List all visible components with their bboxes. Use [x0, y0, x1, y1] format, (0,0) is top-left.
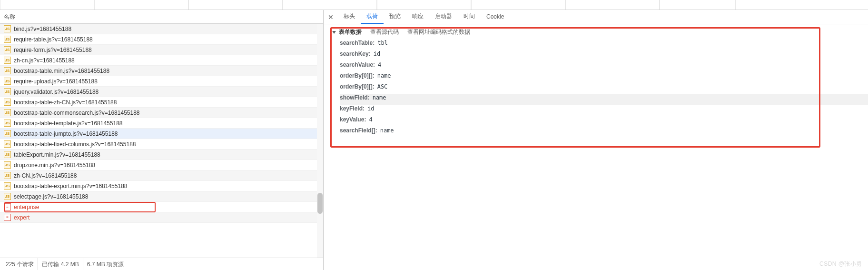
request-name: bootstrap-table-commonsearch.js?v=168145…	[14, 110, 140, 116]
request-row[interactable]: JSrequire-table.js?v=1681455188	[0, 34, 323, 45]
request-name: bootstrap-table-template.js?v=1681455188	[14, 120, 123, 127]
js-file-icon: JS	[4, 193, 11, 200]
js-file-icon: JS	[4, 46, 11, 53]
scrollbar-track[interactable]	[317, 24, 323, 258]
filter-tab[interactable]	[0, 0, 94, 10]
param-row[interactable]: keyValue:4	[340, 116, 868, 127]
js-file-icon: JS	[4, 25, 11, 32]
request-row[interactable]: JSbootstrap-table-jumpto.js?v=1681455188	[0, 129, 323, 139]
request-row[interactable]: JSbind.js?v=1681455188	[0, 24, 323, 34]
param-key: orderBy[0][]:	[340, 83, 375, 90]
scrollbar-thumb[interactable]	[317, 193, 323, 214]
request-row[interactable]: JSbootstrap-table.min.js?v=1681455188	[0, 66, 323, 76]
js-file-icon: JS	[4, 182, 11, 190]
request-row[interactable]: JSbootstrap-table-fixed-columns.js?v=168…	[0, 139, 323, 150]
js-file-icon: JS	[4, 151, 11, 158]
request-row[interactable]: JSzh-cn.js?v=1681455188	[0, 55, 323, 66]
view-url-encoded-link[interactable]: 查看网址编码格式的数据	[407, 28, 470, 36]
js-file-icon: JS	[4, 67, 11, 74]
param-key: searchField[]:	[340, 127, 377, 134]
tab-timing[interactable]: 时间	[458, 10, 481, 24]
filter-tab[interactable]	[471, 0, 565, 10]
filter-tab[interactable]	[283, 0, 377, 10]
tab-cookies[interactable]: Cookie	[481, 10, 510, 24]
request-row[interactable]: JSjquery.validator.js?v=1681455188	[0, 87, 323, 97]
param-value: 4	[369, 116, 372, 123]
request-row[interactable]: JSdropzone.min.js?v=1681455188	[0, 160, 323, 170]
request-name: expert	[14, 214, 30, 221]
request-name: bind.js?v=1681455188	[14, 26, 71, 32]
watermark: CSDN @张小勇	[819, 260, 862, 268]
param-row[interactable]: searchKey:id	[340, 50, 868, 61]
tab-preview[interactable]: 预览	[384, 10, 406, 24]
filter-tab[interactable]	[565, 0, 660, 10]
tab-headers[interactable]: 标头	[338, 10, 361, 24]
param-row[interactable]: showField:name	[340, 94, 868, 105]
request-name: require-upload.js?v=1681455188	[14, 78, 98, 85]
filter-tab[interactable]	[660, 0, 736, 10]
request-list[interactable]: JSbind.js?v=1681455188JSrequire-table.js…	[0, 24, 323, 258]
form-data-title[interactable]: 表单数据	[332, 28, 362, 36]
param-row[interactable]: keyField:id	[340, 105, 868, 116]
request-name: require-form.js?v=1681455188	[14, 47, 92, 53]
js-file-icon: JS	[4, 172, 11, 179]
request-name: selectpage.js?v=1681455188	[14, 193, 88, 200]
request-row[interactable]: JSzh-CN.js?v=1681455188	[0, 170, 323, 181]
request-row[interactable]: ≡expert	[0, 212, 323, 223]
js-file-icon: JS	[4, 120, 11, 127]
param-value: 4	[378, 61, 381, 68]
request-row[interactable]: JSbootstrap-table-commonsearch.js?v=1681…	[0, 108, 323, 118]
request-name: dropzone.min.js?v=1681455188	[14, 162, 95, 169]
param-key: keyValue:	[340, 116, 366, 123]
request-row[interactable]: JSbootstrap-table-zh-CN.js?v=1681455188	[0, 97, 323, 108]
param-key: keyField:	[340, 105, 365, 112]
param-value: id	[367, 105, 374, 112]
request-name: jquery.validator.js?v=1681455188	[14, 89, 99, 95]
js-file-icon: JS	[4, 109, 11, 116]
request-row[interactable]: ≡enterprise	[0, 202, 323, 212]
param-value: name	[377, 72, 391, 79]
tab-initiator[interactable]: 启动器	[429, 10, 458, 24]
filter-tab[interactable]	[188, 0, 283, 10]
filter-tab[interactable]	[377, 0, 471, 10]
status-resources: 6.7 MB 项资源	[83, 258, 128, 270]
request-row[interactable]: JSbootstrap-table-template.js?v=16814551…	[0, 118, 323, 129]
payload-header: 表单数据 查看源代码 查看网址编码格式的数据	[328, 28, 868, 36]
js-file-icon: JS	[4, 88, 11, 95]
js-file-icon: JS	[4, 161, 11, 169]
column-header-name[interactable]: 名称	[0, 10, 323, 24]
filter-tab[interactable]	[94, 0, 188, 10]
close-icon[interactable]: ✕	[326, 12, 336, 22]
request-name: tableExport.min.js?v=1681455188	[14, 151, 100, 158]
param-row[interactable]: orderBy[0][]:ASC	[340, 83, 868, 94]
request-row[interactable]: JStableExport.min.js?v=1681455188	[0, 150, 323, 160]
request-row[interactable]: JSrequire-form.js?v=1681455188	[0, 45, 323, 55]
chevron-down-icon[interactable]	[332, 31, 336, 34]
request-row[interactable]: JSbootstrap-table-export.min.js?v=168145…	[0, 181, 323, 191]
tab-response[interactable]: 响应	[406, 10, 429, 24]
param-row[interactable]: searchTable:tbl	[340, 39, 868, 50]
param-row[interactable]: orderBy[0][]:name	[340, 72, 868, 83]
param-row[interactable]: searchField[]:name	[340, 127, 868, 138]
request-detail-panel: ✕ 标头 载荷 预览 响应 启动器 时间 Cookie 表单数据 查看源代码 查…	[324, 10, 868, 270]
status-transferred: 已传输 4.2 MB	[38, 258, 83, 270]
request-name: enterprise	[14, 204, 39, 210]
js-file-icon: JS	[4, 130, 11, 137]
request-name: bootstrap-table-zh-CN.js?v=1681455188	[14, 99, 117, 106]
param-key: showField:	[340, 94, 370, 101]
param-value: id	[374, 50, 380, 57]
request-row[interactable]: JSrequire-upload.js?v=1681455188	[0, 76, 323, 87]
status-requests: 225 个请求	[2, 258, 38, 270]
network-requests-panel: 名称 JSbind.js?v=1681455188JSrequire-table…	[0, 10, 324, 270]
payload-body: 表单数据 查看源代码 查看网址编码格式的数据 searchTable:tblse…	[324, 24, 868, 138]
tab-payload[interactable]: 载荷	[361, 10, 384, 24]
js-file-icon: JS	[4, 78, 11, 85]
view-source-link[interactable]: 查看源代码	[370, 28, 399, 36]
main-area: 名称 JSbind.js?v=1681455188JSrequire-table…	[0, 10, 868, 270]
request-row[interactable]: JSselectpage.js?v=1681455188	[0, 191, 323, 202]
param-value: ASC	[377, 83, 388, 90]
status-bar: 225 个请求 已传输 4.2 MB 6.7 MB 项资源	[0, 258, 323, 270]
document-file-icon: ≡	[4, 203, 11, 210]
request-name: bootstrap-table-export.min.js?v=16814551…	[14, 183, 128, 190]
param-row[interactable]: searchValue:4	[340, 61, 868, 72]
